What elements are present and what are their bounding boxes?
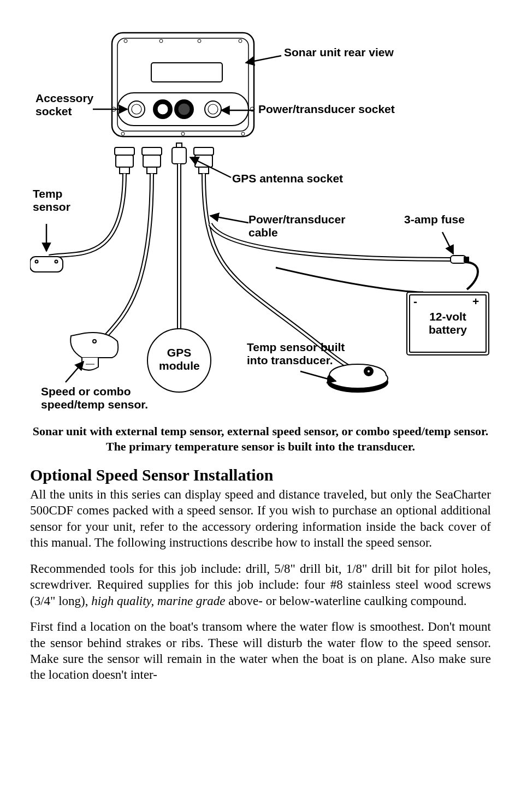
paragraph-3: First find a location on the boat's tran… [30,619,491,683]
svg-rect-30 [194,147,214,155]
svg-line-51 [442,232,453,254]
svg-rect-28 [172,147,186,164]
svg-rect-33 [451,256,466,263]
figure-caption: Sonar unit with external temp sensor, ex… [30,424,491,454]
svg-point-14 [178,103,190,115]
svg-rect-34 [464,257,469,262]
wiring-diagram: Sonar unit rear view Accessory socket Po… [30,22,491,420]
svg-rect-25 [142,147,162,155]
label-temp-sensor: Temp sensor [33,187,70,214]
svg-line-54 [66,361,84,382]
para2-text-b: above- or below-waterline caulking compo… [226,594,467,608]
svg-rect-27 [147,167,157,174]
label-3amp-fuse: 3-amp fuse [404,213,465,226]
label-power-transducer-socket: Power/transducer socket [258,103,395,116]
label-accessory-socket: Accessory socket [35,92,93,118]
paragraph-2: Recommended tools for this job include: … [30,561,491,609]
svg-rect-23 [116,155,133,167]
svg-rect-22 [115,147,134,155]
paragraph-1: All the units in this series can display… [30,487,491,551]
svg-point-15 [205,101,221,117]
battery-minus: - [413,295,417,308]
label-sonar-rear: Sonar unit rear view [284,46,394,59]
label-gps-antenna-socket: GPS antenna socket [232,172,343,185]
svg-rect-6 [151,63,222,82]
svg-rect-24 [120,167,129,174]
para2-italic: high quality, marine grade [91,594,225,608]
label-speed-combo: Speed or combo speed/temp sensor. [41,385,148,411]
svg-rect-32 [199,167,209,174]
svg-point-11 [157,104,168,115]
svg-rect-26 [143,155,161,167]
section-heading: Optional Speed Sensor Installation [30,466,491,484]
label-12v-battery: 12-volt battery [412,310,483,336]
label-power-transducer-cable: Power/transducer cable [248,213,345,239]
battery-plus: + [472,295,479,308]
svg-point-8 [128,101,145,117]
label-gps-module: GPS module [159,346,199,372]
svg-point-45 [367,370,370,373]
svg-line-50 [210,216,248,223]
label-temp-in-transducer: Temp sensor built into transducer. [247,341,345,367]
svg-rect-29 [176,143,182,147]
svg-rect-37 [30,257,63,272]
